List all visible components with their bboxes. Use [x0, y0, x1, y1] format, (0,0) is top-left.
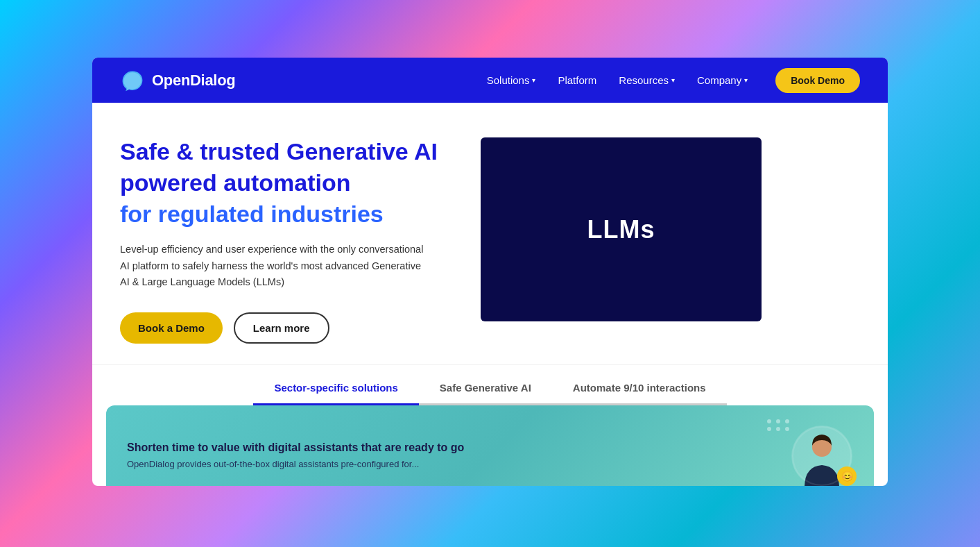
dot-6	[785, 427, 789, 431]
yellow-badge: 😊	[837, 466, 857, 486]
logo-area: OpenDialog	[120, 68, 235, 93]
chevron-down-icon: ▾	[671, 76, 675, 84]
nav-links: Solutions ▾ Platform Resources ▾ Company…	[487, 74, 748, 86]
dot-3	[785, 419, 789, 423]
dot-4	[767, 427, 771, 431]
nav-platform[interactable]: Platform	[558, 74, 596, 86]
tabs-bar: Sector-specific solutions Safe Generativ…	[92, 372, 888, 405]
tab-automate-interactions[interactable]: Automate 9/10 interactions	[552, 372, 727, 405]
tabs-section: Sector-specific solutions Safe Generativ…	[92, 364, 888, 486]
hero-title-line1: Safe & trusted Generative AI	[120, 137, 453, 166]
hero-title-line2: powered automation	[120, 169, 453, 197]
book-demo-hero-button[interactable]: Book a Demo	[120, 312, 223, 344]
teal-card-title: Shorten time to value with digital assis…	[127, 441, 791, 454]
tab-sector-solutions[interactable]: Sector-specific solutions	[253, 372, 418, 405]
hero-description: Level-up efficiency and user experience …	[120, 242, 425, 290]
nav-resources[interactable]: Resources ▾	[619, 74, 675, 86]
learn-more-button[interactable]: Learn more	[234, 312, 329, 344]
decoration-dots	[767, 419, 791, 431]
chevron-down-icon: ▾	[744, 76, 748, 84]
logo-text: OpenDialog	[152, 71, 235, 90]
dot-5	[776, 427, 780, 431]
person-avatar: 😊	[791, 425, 853, 486]
teal-card: Shorten time to value with digital assis…	[106, 405, 874, 486]
book-demo-nav-button[interactable]: Book Demo	[775, 68, 860, 93]
nav-company[interactable]: Company ▾	[697, 74, 748, 86]
video-label-text: LLMs	[587, 215, 655, 244]
hero-text: Safe & trusted Generative AI powered aut…	[120, 137, 453, 344]
hero-video-placeholder: LLMs	[481, 137, 762, 321]
navbar: OpenDialog Solutions ▾ Platform Resource…	[92, 58, 888, 103]
dot-2	[776, 419, 780, 423]
nav-solutions[interactable]: Solutions ▾	[487, 74, 536, 86]
hero-section: Safe & trusted Generative AI powered aut…	[92, 103, 888, 364]
teal-card-text: Shorten time to value with digital assis…	[127, 441, 791, 471]
tab-safe-generative-ai[interactable]: Safe Generative AI	[419, 372, 552, 405]
main-container: OpenDialog Solutions ▾ Platform Resource…	[92, 58, 888, 486]
hero-title-accent: for regulated industries	[120, 200, 453, 228]
teal-card-subtitle: OpenDialog provides out-of-the-box digit…	[127, 458, 791, 471]
hero-buttons: Book a Demo Learn more	[120, 312, 453, 344]
chevron-down-icon: ▾	[532, 76, 535, 84]
dot-1	[767, 419, 771, 423]
logo-icon	[120, 68, 145, 93]
